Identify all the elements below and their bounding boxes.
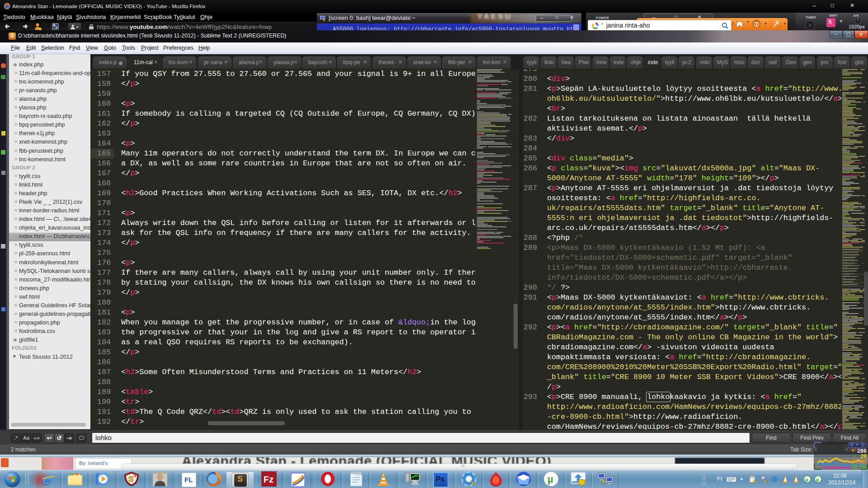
svg-text:µ: µ [547,474,553,485]
svg-text:µ: µ [805,477,808,482]
svg-text:µ: µ [816,477,819,482]
svg-text:4: 4 [134,474,136,478]
svg-text:S: S [128,475,133,483]
svg-text:Fz: Fz [264,474,274,484]
